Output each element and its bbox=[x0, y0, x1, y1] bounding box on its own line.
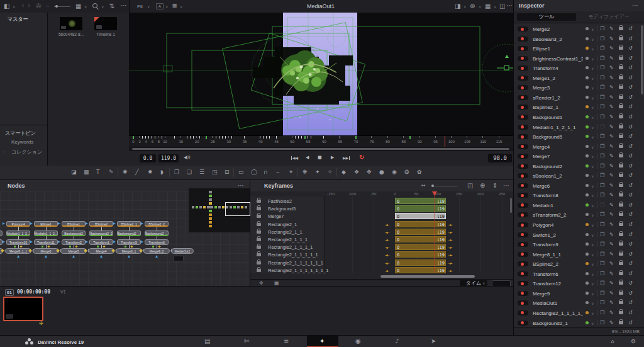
page-cut-icon[interactable]: ✄ bbox=[244, 338, 249, 344]
davinci-logo[interactable] bbox=[25, 338, 34, 345]
kf-track-name[interactable]: Background5 bbox=[268, 206, 296, 212]
copy-settings-icon[interactable]: ❐ bbox=[600, 164, 604, 169]
tool-enable-toggle[interactable] bbox=[518, 310, 528, 316]
tool-enable-toggle[interactable] bbox=[518, 56, 528, 61]
lock-icon[interactable] bbox=[619, 115, 623, 118]
kf-extend-left-icon[interactable]: ◄– bbox=[385, 222, 390, 227]
reset-icon[interactable]: ↺ bbox=[628, 134, 633, 139]
tool-enable-toggle[interactable] bbox=[518, 37, 528, 42]
kf-track-bar[interactable]: 0119 bbox=[395, 251, 446, 258]
tool-enable-toggle[interactable] bbox=[518, 173, 528, 178]
chevron-down-icon[interactable]: ∨ bbox=[591, 96, 594, 100]
keyframes-ruler[interactable]: -150-100-50050100150200250 bbox=[250, 191, 513, 196]
t3d-tool-icon[interactable]: ✥ bbox=[367, 169, 372, 175]
tool-name[interactable]: sBoolean1_2 bbox=[533, 173, 562, 179]
kf-track-name[interactable]: Rectangle2_1 bbox=[268, 222, 297, 227]
inspector-row[interactable]: sBoolean1_2∨❐✎↺ bbox=[514, 171, 641, 181]
reset-icon[interactable]: ↺ bbox=[628, 56, 633, 61]
tool-name[interactable]: Background2 bbox=[533, 164, 562, 169]
node-transform[interactable]: Transform5 bbox=[117, 239, 141, 245]
copy-settings-icon[interactable]: ❐ bbox=[600, 212, 604, 217]
render-end-field[interactable]: 119.0 bbox=[158, 154, 179, 162]
tool-name[interactable]: BSpline2_2 bbox=[533, 261, 558, 267]
clip-thumbnail[interactable] bbox=[60, 17, 82, 30]
copy-settings-icon[interactable]: ❐ bbox=[600, 321, 604, 326]
copy-settings-icon[interactable]: ❐ bbox=[600, 76, 604, 81]
kf-track-name[interactable]: Rectangle2_1_1_1_1_1_1_1 bbox=[268, 268, 328, 273]
copy-settings-icon[interactable]: ❐ bbox=[600, 203, 604, 208]
chevron-down-icon[interactable]: ∨ bbox=[591, 47, 594, 51]
inspector-row[interactable]: BSpline2_2∨❐✎↺ bbox=[514, 259, 641, 269]
copy-settings-icon[interactable]: ❐ bbox=[600, 300, 604, 305]
node-shape[interactable]: BSpline2_1 bbox=[117, 221, 141, 227]
tool-enable-toggle[interactable] bbox=[518, 203, 528, 208]
kf-zoom-region-icon[interactable]: ⊕ bbox=[480, 183, 485, 189]
kf-track-bar[interactable]: 0119 bbox=[395, 267, 446, 273]
lock-icon[interactable] bbox=[619, 154, 623, 157]
kf-track-bar[interactable]: 0119 bbox=[395, 221, 446, 227]
chevron-down-icon[interactable]: ∨ bbox=[147, 5, 150, 9]
chevron-down-icon[interactable]: ∨ bbox=[591, 213, 594, 217]
go-to-last-frame-button[interactable]: ▶▶ bbox=[343, 156, 350, 160]
tool-enable-toggle[interactable] bbox=[518, 95, 528, 100]
reset-icon[interactable]: ↺ bbox=[628, 252, 633, 257]
tool-enable-toggle[interactable] bbox=[518, 144, 528, 149]
pin-icon[interactable]: ✎ bbox=[609, 252, 614, 257]
loop-button[interactable]: ↻ bbox=[359, 154, 364, 161]
lock-icon[interactable] bbox=[619, 272, 623, 275]
pin-icon[interactable]: ✎ bbox=[609, 232, 614, 237]
pin-icon[interactable]: ✎ bbox=[609, 46, 614, 51]
lock-icon[interactable] bbox=[257, 207, 261, 210]
home-icon[interactable]: ⌂ bbox=[611, 339, 614, 344]
chevron-down-icon[interactable]: ∨ bbox=[591, 194, 594, 198]
node-graph-minimap[interactable] bbox=[189, 188, 250, 232]
copy-settings-icon[interactable]: ❐ bbox=[600, 232, 604, 237]
tool-name[interactable]: Merge6 bbox=[533, 183, 550, 189]
kf-track-name[interactable]: Rectangle2_1_1 bbox=[268, 229, 303, 235]
bspline-tool-icon[interactable]: ⌣ bbox=[276, 169, 280, 175]
tool-name[interactable]: MediaIn1 bbox=[533, 203, 553, 208]
copy-settings-icon[interactable]: ❐ bbox=[600, 252, 604, 257]
chevron-down-icon[interactable]: ∨ bbox=[591, 263, 594, 266]
reset-icon[interactable]: ↺ bbox=[628, 46, 633, 51]
inspector-row[interactable]: Background1∨❐✎↺ bbox=[514, 112, 641, 122]
tool-name[interactable]: Transform4 bbox=[533, 65, 558, 71]
inspector-scrollbar[interactable] bbox=[641, 25, 643, 94]
reset-icon[interactable]: ↺ bbox=[628, 183, 633, 188]
bin-filter-icon[interactable]: ✇ bbox=[36, 3, 41, 9]
layers-tool-icon[interactable]: ☰ bbox=[199, 169, 204, 175]
kf-extend-right-icon[interactable]: –► bbox=[448, 268, 453, 273]
tool-name[interactable]: BSpline2_1 bbox=[533, 105, 558, 110]
lock-icon[interactable] bbox=[619, 86, 623, 89]
tool-name[interactable]: Background5 bbox=[533, 134, 562, 140]
kf-extend-left-icon[interactable]: ◄– bbox=[385, 268, 390, 273]
tool-enable-toggle[interactable] bbox=[518, 46, 528, 51]
tool-enable-toggle[interactable] bbox=[518, 164, 528, 169]
merge2-tool-icon[interactable]: ❏ bbox=[187, 169, 192, 175]
lock-icon[interactable] bbox=[619, 125, 623, 128]
kf-hscrollbar[interactable] bbox=[380, 275, 475, 278]
viewer-3d-icon[interactable]: ⊛ bbox=[470, 3, 475, 9]
reset-icon[interactable]: ↺ bbox=[628, 203, 633, 208]
lock-icon[interactable] bbox=[619, 96, 623, 99]
lock-icon[interactable] bbox=[257, 246, 261, 249]
kf-track-bar[interactable]: 0119 bbox=[395, 259, 446, 266]
inspector-row[interactable]: Merge9∨❐✎↺ bbox=[514, 288, 641, 299]
node-shape[interactable]: BSpline2 bbox=[89, 221, 113, 227]
copy-settings-icon[interactable]: ❐ bbox=[600, 310, 604, 316]
kf-zoom-knob[interactable] bbox=[431, 185, 434, 187]
viewer-scrollbar[interactable] bbox=[132, 148, 509, 150]
copy-settings-icon[interactable]: ❐ bbox=[600, 281, 604, 286]
chevron-down-icon[interactable]: ∨ bbox=[84, 5, 87, 9]
tool-enable-toggle[interactable] bbox=[518, 212, 528, 217]
inspector-row[interactable]: Merge7∨❐✎↺ bbox=[514, 151, 641, 161]
copy-settings-icon[interactable]: ❐ bbox=[600, 271, 604, 276]
chevron-down-icon[interactable]: ∨ bbox=[494, 5, 496, 9]
pin-icon[interactable]: ✎ bbox=[609, 183, 614, 188]
lock-icon[interactable] bbox=[257, 253, 261, 256]
tool-enable-toggle[interactable] bbox=[518, 222, 528, 227]
sidebar-item-keywords[interactable]: Keywords bbox=[11, 139, 33, 145]
reset-icon[interactable]: ↺ bbox=[628, 271, 633, 276]
reset-icon[interactable]: ↺ bbox=[628, 310, 633, 316]
gear-icon[interactable]: ⚙ bbox=[631, 339, 636, 344]
